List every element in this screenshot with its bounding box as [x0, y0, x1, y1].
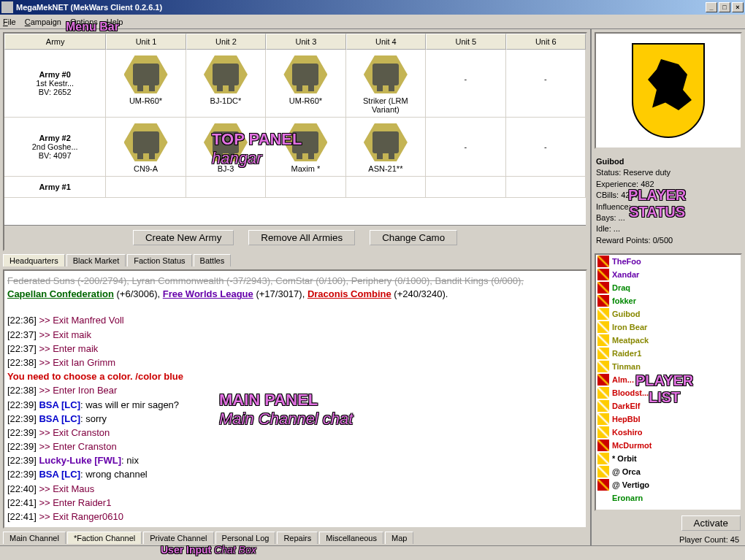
main-tab[interactable]: Black Market: [66, 254, 126, 266]
player-row[interactable]: DarkElf: [596, 399, 741, 413]
sword-icon: [597, 440, 609, 451]
unit-cell[interactable]: [426, 177, 505, 197]
sword-icon: [597, 466, 609, 477]
player-row[interactable]: HepBbI: [596, 413, 741, 426]
sword-icon: [597, 308, 609, 320]
player-row[interactable]: Guibod: [596, 307, 741, 321]
main-tab[interactable]: Headquarters: [3, 254, 65, 266]
main-tab[interactable]: Battles: [194, 254, 232, 266]
hangar-header: ArmyUnit 1Unit 2Unit 3Unit 4Unit 5Unit 6: [4, 34, 586, 50]
sword-icon: [597, 413, 609, 425]
chat-tab[interactable]: *Faction Channel: [67, 532, 142, 544]
maximize-button[interactable]: □: [719, 2, 730, 12]
chat-tab[interactable]: Private Channel: [143, 532, 213, 544]
player-row[interactable]: Alm...: [596, 373, 741, 386]
menu-file[interactable]: File: [3, 18, 16, 26]
player-row[interactable]: McDurmot: [596, 439, 741, 452]
player-row[interactable]: Bloodst...: [596, 386, 741, 399]
unit-cell[interactable]: -: [426, 118, 505, 176]
unit-header[interactable]: Unit 3: [266, 34, 345, 50]
player-row[interactable]: Iron Bear: [596, 321, 741, 334]
army-cell[interactable]: Army #22nd Goshe...BV: 4097: [4, 118, 106, 176]
unit-cell[interactable]: BJ-3: [186, 118, 266, 176]
chat-line: You need to choose a color. /color blue: [7, 370, 583, 383]
status-line: Bays: ...: [596, 212, 741, 223]
player-row[interactable]: Xandar: [596, 268, 741, 281]
sword-icon: [597, 453, 609, 464]
status-line: CBills: 4237: [596, 190, 741, 201]
menu-help[interactable]: Help: [107, 18, 123, 26]
army-cell[interactable]: Army #1: [4, 177, 106, 197]
status-line: Experience: 482: [596, 179, 741, 190]
unit-cell[interactable]: [266, 177, 345, 197]
army-row: Army #22nd Goshe...BV: 4097CN9-ABJ-3Maxi…: [4, 118, 586, 177]
chat-tab[interactable]: Personal Log: [215, 532, 276, 544]
chat-line: [22:39] BSA [LC]: was will er mir sagen?: [7, 399, 583, 412]
unit-cell[interactable]: [186, 177, 266, 197]
sword-icon: [597, 334, 609, 346]
player-row[interactable]: Draq: [596, 281, 741, 294]
main-tab[interactable]: Faction Status: [127, 254, 191, 266]
player-row[interactable]: fokker: [596, 294, 741, 307]
create-army-button[interactable]: Create New Army: [133, 230, 234, 245]
unit-header[interactable]: Unit 2: [186, 34, 266, 50]
minimize-button[interactable]: _: [706, 2, 717, 12]
player-row[interactable]: * Orbit: [596, 452, 741, 465]
sword-icon: [597, 374, 609, 386]
sword-icon: [597, 295, 609, 307]
menubar: File Campaign Options Help: [0, 15, 745, 29]
unit-cell[interactable]: [506, 177, 586, 197]
titlebar: MegaMekNET (MekWars Client 0.2.6.1) _ □ …: [0, 0, 745, 15]
change-camo-button[interactable]: Change Camo: [370, 230, 457, 245]
sword-icon: [597, 348, 609, 359]
unit-cell[interactable]: -: [506, 50, 586, 117]
chat-tab[interactable]: Repairs: [277, 532, 318, 544]
unit-header[interactable]: Unit 6: [506, 34, 586, 50]
chat-line: [22:41] >> Exit Ranger0610: [7, 510, 583, 523]
chat-tab[interactable]: Map: [385, 532, 413, 544]
player-row[interactable]: Meatpack: [596, 334, 741, 347]
close-button[interactable]: ×: [732, 2, 744, 12]
sword-icon: [597, 387, 609, 399]
unit-cell[interactable]: Maxim *: [266, 118, 345, 176]
unit-cell[interactable]: -: [506, 118, 586, 176]
status-line: Reward Points: 0/500: [596, 235, 741, 246]
unit-cell[interactable]: ASN-21**: [346, 118, 426, 176]
army-cell[interactable]: Army #01st Kestr...BV: 2652: [4, 50, 106, 117]
remove-armies-button[interactable]: Remove All Armies: [248, 230, 355, 245]
unit-cell[interactable]: CN9-A: [106, 118, 186, 176]
player-row[interactable]: TheFoo: [596, 255, 741, 268]
chat-line: [22:39] >> Enter Cranston: [7, 440, 583, 453]
player-status-panel: Guibod Status: Reserve dutyExperience: 4…: [592, 152, 745, 252]
unit-header[interactable]: Unit 1: [106, 34, 186, 50]
army-row: Army #1: [4, 177, 586, 198]
activate-button[interactable]: Activate: [681, 515, 741, 531]
chat-panel[interactable]: Federated Suns (-200/2794), Lyran Common…: [3, 269, 587, 529]
chat-tab[interactable]: Miscellaneous: [319, 532, 383, 544]
menu-campaign[interactable]: Campaign: [25, 18, 61, 26]
chat-tab[interactable]: Main Channel: [3, 532, 66, 544]
army-header[interactable]: Army: [4, 34, 106, 50]
chat-line: [22:37] >> Exit maik: [7, 329, 583, 342]
unit-cell[interactable]: [106, 177, 186, 197]
player-list[interactable]: TheFooXandarDraqfokkerGuibodIron BearMea…: [595, 253, 742, 511]
menu-options[interactable]: Options: [70, 18, 98, 26]
chat-line: [22:36] >> Exit Manfred Voll: [7, 314, 583, 327]
player-row[interactable]: Koshiro: [596, 426, 741, 439]
unit-cell[interactable]: Striker (LRM Variant): [346, 50, 426, 117]
unit-header[interactable]: Unit 5: [426, 34, 505, 50]
player-row[interactable]: Tinman: [596, 360, 741, 373]
unit-cell[interactable]: UM-R60*: [266, 50, 345, 117]
unit-cell[interactable]: [346, 177, 426, 197]
unit-cell[interactable]: -: [426, 50, 505, 117]
player-row[interactable]: @ Vertigo: [596, 478, 741, 491]
player-row[interactable]: Eronarn: [596, 491, 741, 505]
player-row[interactable]: Raider1: [596, 347, 741, 360]
unit-header[interactable]: Unit 4: [346, 34, 426, 50]
player-row[interactable]: @ Orca: [596, 465, 741, 478]
unit-cell[interactable]: UM-R60*: [106, 50, 186, 117]
faction-crest: [595, 32, 742, 149]
chat-line: [22:41] >> Enter Raider1: [7, 496, 583, 510]
sword-icon: [597, 282, 609, 294]
unit-cell[interactable]: BJ-1DC*: [186, 50, 266, 117]
